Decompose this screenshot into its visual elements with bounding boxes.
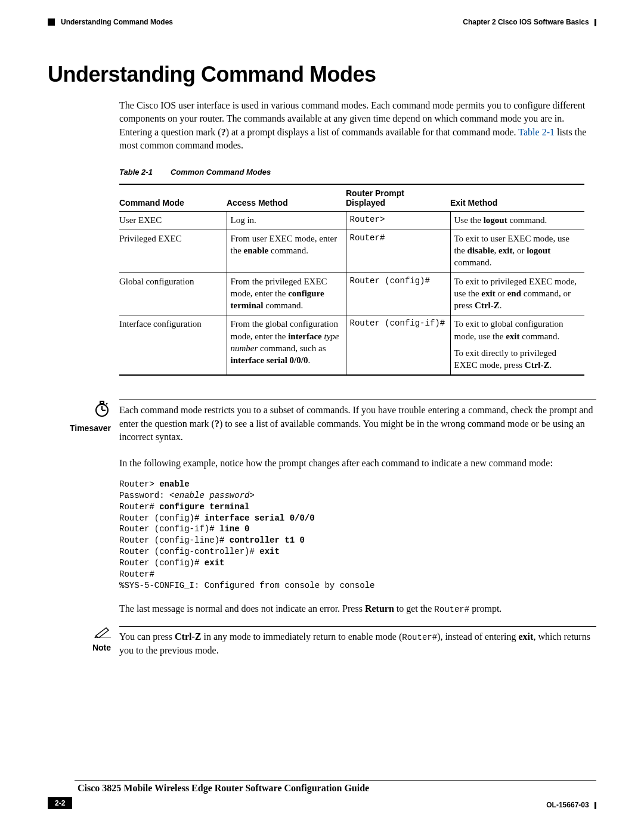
command-modes-table: Command Mode Access Method Router Prompt… [119, 184, 584, 376]
note-text: You can press Ctrl-Z in any mode to imme… [119, 626, 596, 657]
page-header: Understanding Command Modes Chapter 2 Ci… [48, 18, 596, 26]
note-label: Note [48, 643, 111, 652]
page-footer: Cisco 3825 Mobile Wireless Edge Router S… [48, 780, 596, 809]
code-example: Router> enable Password: <enable passwor… [119, 479, 596, 592]
header-chapter: Chapter 2 Cisco IOS Software Basics [463, 18, 589, 26]
timesaver-block: Timesaver Each command mode restricts yo… [48, 400, 596, 444]
stopwatch-icon [93, 400, 111, 417]
page-title: Understanding Command Modes [48, 62, 596, 87]
th-mode: Command Mode [119, 184, 227, 212]
footer-title: Cisco 3825 Mobile Wireless Edge Router S… [78, 783, 596, 794]
th-access: Access Method [227, 184, 346, 212]
example-intro: In the following example, notice how the… [119, 457, 596, 470]
th-exit: Exit Method [450, 184, 584, 212]
timesaver-label: Timesaver [48, 423, 111, 433]
page-number: 2-2 [48, 797, 72, 809]
doc-number: OL-15667-03 [546, 801, 589, 809]
intro-paragraph: The Cisco IOS user interface is used in … [119, 99, 596, 153]
footer-bar-icon [595, 802, 596, 809]
header-bar-icon [595, 19, 596, 26]
table-link[interactable]: Table 2-1 [518, 127, 555, 137]
svg-line-5 [106, 403, 107, 404]
last-message: The last message is normal and does not … [119, 602, 596, 616]
table-row: Privileged EXECFrom user EXEC mode, ente… [119, 230, 584, 272]
timesaver-text: Each command mode restricts you to a sub… [119, 400, 596, 444]
table-row: User EXECLog in.Router>Use the logout co… [119, 211, 584, 230]
svg-rect-3 [100, 401, 104, 404]
table-row: Interface configurationFrom the global c… [119, 315, 584, 376]
table-row: Global configurationFrom the privileged … [119, 272, 584, 315]
pencil-icon [94, 626, 111, 638]
header-section: Understanding Command Modes [61, 18, 173, 26]
note-block: Note You can press Ctrl-Z in any mode to… [48, 626, 596, 657]
th-prompt: Router Prompt Displayed [346, 184, 450, 212]
table-caption: Table 2-1Common Command Modes [119, 168, 596, 176]
header-marker-icon [48, 18, 55, 26]
